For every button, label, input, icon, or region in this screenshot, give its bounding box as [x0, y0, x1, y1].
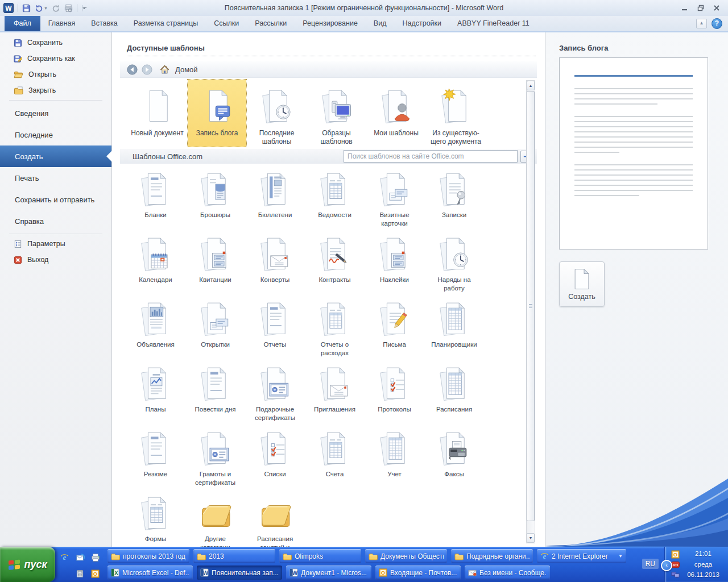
word-logo-icon[interactable]: W: [3, 3, 14, 13]
forward-icon[interactable]: [142, 64, 152, 75]
category-lists[interactable]: Списки: [245, 427, 305, 492]
task-button-folder-olimpoks[interactable]: Olimpoks: [279, 549, 361, 563]
ribbon-tab-add-ins[interactable]: Надстройки: [394, 16, 449, 31]
ribbon-tab-abbyy[interactable]: ABBYY FineReader 11: [449, 16, 537, 31]
category-receipts[interactable]: Квитанции: [185, 233, 245, 298]
ribbon-tab-view[interactable]: Вид: [366, 16, 395, 31]
ribbon-tab-page-layout[interactable]: Разметка страницы: [126, 16, 206, 31]
category-letterheads[interactable]: Бланки: [126, 168, 185, 233]
redo-icon[interactable]: [52, 4, 60, 13]
home-breadcrumb[interactable]: Домой: [175, 65, 198, 74]
category-minutes[interactable]: Протоколы: [365, 363, 424, 427]
template-new-document[interactable]: Новый документ: [128, 80, 187, 147]
sidebar-item-open[interactable]: Открыть: [0, 66, 111, 82]
task-button-folder-contractors[interactable]: Подрядные органи...: [451, 549, 533, 563]
back-icon[interactable]: [127, 64, 138, 75]
sidebar-item-options[interactable]: Параметры: [0, 236, 111, 252]
qat-customize-icon[interactable]: [81, 5, 88, 12]
category-memos[interactable]: Записки: [424, 168, 484, 233]
template-from-existing[interactable]: Из существую­щего документа: [427, 80, 485, 147]
category-reports[interactable]: Отчеты: [245, 298, 305, 363]
outlook-icon[interactable]: O: [671, 550, 680, 559]
category-agendas[interactable]: Повестки дня: [185, 363, 245, 427]
minimize-button[interactable]: [681, 5, 688, 11]
task-button-excel-def[interactable]: XMicrosoft Excel - Def...: [107, 566, 193, 580]
sidebar-item-save[interactable]: Сохранить: [0, 35, 111, 51]
network-icon[interactable]: [671, 571, 680, 579]
ribbon-tab-references[interactable]: Ссылки: [206, 16, 247, 31]
task-button-word-current[interactable]: WПояснительная зап...: [197, 566, 282, 580]
print-preview-icon[interactable]: [64, 4, 73, 13]
category-accounting[interactable]: Учет: [365, 427, 424, 492]
category-statements[interactable]: Ведомости: [305, 168, 365, 233]
ie-icon[interactable]: e: [60, 553, 69, 562]
ribbon-tab-insert[interactable]: Вставка: [83, 16, 125, 31]
template-sample-templates[interactable]: Образцы шаблонов: [307, 80, 366, 147]
create-button[interactable]: Создать: [559, 261, 605, 307]
printer-icon[interactable]: [91, 553, 100, 562]
template-recent-templates[interactable]: Последние шаблоны: [247, 80, 306, 147]
sidebar-item-recent[interactable]: Последние: [0, 124, 111, 146]
category-expense-reports[interactable]: Отчеты о расходах: [305, 298, 365, 363]
category-brochures[interactable]: Брошюры: [185, 168, 245, 233]
sidebar-item-new[interactable]: Создать: [0, 146, 111, 167]
task-button-folder-2013[interactable]: 2013: [193, 549, 275, 563]
template-blog-post[interactable]: Запись блога: [188, 80, 246, 147]
ribbon-tab-home[interactable]: Главная: [40, 16, 84, 31]
category-work-orders[interactable]: Наряды на работу: [424, 233, 484, 298]
sidebar-item-close[interactable]: Закрыть: [0, 82, 111, 98]
template-my-templates[interactable]: Мои шаблоны: [367, 80, 425, 147]
category-schedules[interactable]: Расписания: [424, 363, 484, 427]
category-postcards[interactable]: Открытки: [185, 298, 245, 363]
sidebar-item-exit[interactable]: Выход: [0, 252, 111, 268]
calculator-icon[interactable]: [76, 569, 84, 578]
category-class-schedules[interactable]: Расписания занятий и: [245, 492, 305, 547]
help-icon[interactable]: ?: [712, 18, 722, 29]
task-button-outlook-inbox[interactable]: OВходящие - Почтов...: [375, 566, 461, 580]
category-business-cards[interactable]: Визитные карточки: [365, 168, 424, 233]
tray-chevron-icon[interactable]: ‹: [661, 560, 672, 571]
template-search-input[interactable]: [344, 150, 518, 163]
task-button-folder-protocols-2013[interactable]: протоколы 2013 год: [107, 549, 189, 563]
scroll-thumb[interactable]: [527, 91, 535, 521]
category-more-categories[interactable]: Другие категории: [185, 492, 245, 547]
scroll-down-button[interactable]: ▼: [527, 533, 535, 543]
category-letters[interactable]: Письма: [365, 298, 424, 363]
category-forms[interactable]: Формы: [126, 492, 185, 547]
save-icon[interactable]: [22, 4, 31, 13]
category-invoices[interactable]: Счета: [305, 427, 365, 492]
category-announcements[interactable]: Объявления: [126, 298, 185, 363]
category-resumes[interactable]: Резюме: [126, 427, 185, 492]
category-calendars[interactable]: Календари: [126, 233, 185, 298]
ribbon-tab-review[interactable]: Рецензирование: [295, 16, 366, 31]
sidebar-item-info[interactable]: Сведения: [0, 102, 111, 124]
minimize-ribbon-icon[interactable]: ▲: [696, 19, 707, 28]
task-button-mail-message[interactable]: Без имени - Сообще...: [465, 566, 550, 580]
ribbon-tab-file[interactable]: Файл: [5, 16, 40, 31]
category-plans[interactable]: Планы: [126, 363, 185, 427]
category-envelopes[interactable]: Конверты: [245, 233, 305, 298]
start-button[interactable]: пуск: [0, 547, 55, 582]
scroll-up-button[interactable]: ▲: [527, 81, 535, 90]
category-certificates[interactable]: Грамоты и сертификаты: [185, 427, 245, 492]
task-button-internet-explorer-group[interactable]: e2 Internet Explorer▼: [537, 549, 626, 563]
sidebar-item-help[interactable]: Справка: [0, 210, 111, 232]
close-button[interactable]: [713, 5, 720, 11]
task-button-word-doc1[interactable]: WДокумент1 - Micros...: [286, 566, 371, 580]
category-contracts[interactable]: Контракты: [305, 233, 365, 298]
category-invitations[interactable]: Приглашения: [305, 363, 365, 427]
category-newsletters[interactable]: Бюллетени: [245, 168, 305, 233]
outlook-icon[interactable]: O: [91, 569, 100, 578]
category-planners[interactable]: Планировщики: [424, 298, 484, 363]
outlook-express-icon[interactable]: [76, 553, 85, 562]
ribbon-tab-mailings[interactable]: Рассылки: [247, 16, 295, 31]
home-icon[interactable]: [160, 65, 169, 74]
sidebar-item-save-send[interactable]: Сохранить и отправить: [0, 189, 111, 210]
undo-icon[interactable]: ▼: [35, 4, 48, 13]
language-indicator[interactable]: RU: [642, 559, 659, 569]
category-labels[interactable]: Наклейки: [365, 233, 424, 298]
restore-button[interactable]: [697, 5, 704, 11]
task-button-folder-society-docs[interactable]: Документы Общества: [365, 549, 447, 563]
sidebar-item-print[interactable]: Печать: [0, 167, 111, 189]
sidebar-item-save-as[interactable]: Сохранить как: [0, 51, 111, 66]
